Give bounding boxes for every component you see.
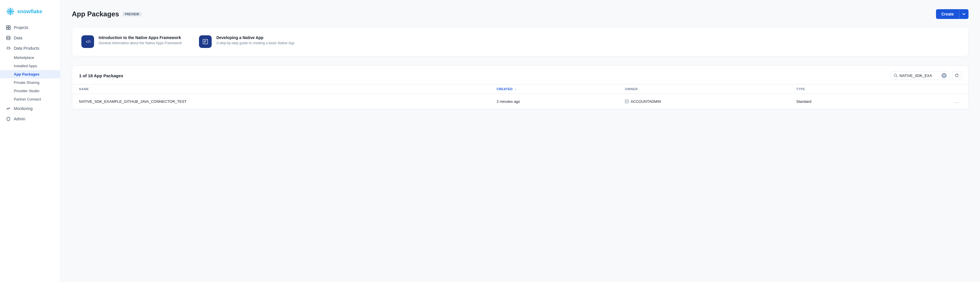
- col-type: TYPE: [789, 84, 889, 94]
- info-card-native-apps[interactable]: </> Introduction to the Native Apps Fram…: [81, 35, 182, 48]
- table-row: NATIVE_SDK_EXAMPLE_GITHUB_JAVA_CONNECTOR…: [72, 94, 968, 109]
- info-card-developing-title: Developing a Native App: [216, 35, 294, 40]
- row-owner: ACCOUNTADMIN: [618, 94, 789, 109]
- table-section: 1 of 18 App Packages NAME: [72, 65, 969, 109]
- refresh-icon: [955, 73, 959, 78]
- shield-icon: [6, 116, 11, 122]
- table-header-row: NAME CREATED ↓ OWNER TYPE: [72, 84, 968, 94]
- svg-text:</>: </>: [86, 40, 91, 44]
- sidebar-item-private-sharing-label: Private Sharing: [14, 81, 40, 85]
- info-card-developing[interactable]: Developing a Native App A step-by-step g…: [199, 35, 294, 48]
- svg-rect-15: [6, 28, 8, 30]
- table-actions: [891, 71, 961, 80]
- sidebar-item-installed-apps[interactable]: Installed Apps: [0, 62, 60, 70]
- logo-area: snowflake: [0, 5, 60, 22]
- col-created[interactable]: CREATED ↓: [490, 84, 618, 94]
- sidebar-item-projects[interactable]: Projects: [0, 22, 60, 33]
- col-owner-label: OWNER: [625, 87, 638, 91]
- create-button-label: Create: [936, 9, 959, 19]
- preview-badge: PREVIEW: [123, 12, 142, 16]
- chevron-down-icon: [962, 12, 966, 16]
- create-button-chevron[interactable]: [959, 10, 969, 18]
- owner-icon: [625, 99, 629, 103]
- sidebar-item-private-sharing[interactable]: Private Sharing: [0, 78, 60, 87]
- search-input[interactable]: [899, 73, 940, 78]
- sidebar-item-partner-connect[interactable]: Partner Connect: [0, 95, 60, 103]
- page-header: App Packages PREVIEW Create: [72, 9, 969, 19]
- database-icon: [6, 35, 11, 41]
- sidebar-item-data-products[interactable]: Data Products: [0, 43, 60, 54]
- sidebar-item-admin[interactable]: Admin: [0, 114, 60, 124]
- sidebar-item-partner-connect-label: Partner Connect: [14, 97, 41, 101]
- logo-text: snowflake: [17, 9, 42, 15]
- sidebar-item-app-packages-label: App Packages: [14, 72, 40, 76]
- row-created: 2 minutes ago: [490, 94, 618, 109]
- svg-point-17: [6, 36, 10, 38]
- sidebar-item-marketplace[interactable]: Marketplace: [0, 54, 60, 62]
- svg-line-24: [897, 76, 898, 78]
- col-owner: OWNER: [618, 84, 789, 94]
- sidebar-item-provider-studio-label: Provider Studio: [14, 89, 40, 93]
- sidebar-item-monitoring[interactable]: Monitoring: [0, 103, 60, 114]
- row-name: NATIVE_SDK_EXAMPLE_GITHUB_JAVA_CONNECTOR…: [72, 94, 490, 109]
- sidebar-item-data-products-label: Data Products: [14, 46, 40, 51]
- close-icon: [943, 74, 945, 77]
- chart-icon: [6, 106, 11, 111]
- info-card-native-apps-title: Introduction to the Native Apps Framewor…: [99, 35, 182, 40]
- cloud-icon: [6, 46, 11, 51]
- info-card-native-apps-desc: General information about the Native App…: [99, 41, 182, 45]
- sidebar-section-main: Projects Data Data Products Marketplace …: [0, 22, 60, 125]
- sidebar-item-app-packages[interactable]: App Packages: [0, 70, 60, 78]
- row-actions: …: [889, 94, 968, 109]
- search-icon: [894, 73, 898, 78]
- native-apps-icon: </>: [81, 35, 94, 48]
- sidebar: snowflake Projects Data Data Products Ma…: [0, 0, 60, 282]
- col-name: NAME: [72, 84, 490, 94]
- svg-rect-14: [9, 25, 10, 27]
- svg-rect-16: [9, 28, 10, 30]
- search-clear-button[interactable]: [942, 73, 947, 78]
- grid-icon: [6, 25, 11, 30]
- table-header: 1 of 18 App Packages: [72, 66, 968, 84]
- main-content: App Packages PREVIEW Create </> Introduc…: [60, 0, 980, 282]
- col-type-label: TYPE: [796, 87, 805, 91]
- packages-table: NAME CREATED ↓ OWNER TYPE: [72, 84, 968, 109]
- create-button[interactable]: Create: [936, 9, 969, 19]
- developing-icon: [199, 35, 212, 48]
- sidebar-item-installed-apps-label: Installed Apps: [14, 64, 37, 68]
- sidebar-item-admin-label: Admin: [14, 117, 25, 121]
- sidebar-item-monitoring-label: Monitoring: [14, 106, 32, 111]
- sidebar-item-marketplace-label: Marketplace: [14, 55, 34, 60]
- page-title-area: App Packages PREVIEW: [72, 10, 142, 18]
- table-summary: 1 of 18 App Packages: [79, 73, 123, 78]
- col-name-label: NAME: [79, 87, 89, 91]
- svg-rect-13: [6, 25, 8, 27]
- sidebar-item-projects-label: Projects: [14, 25, 29, 30]
- info-card-developing-body: Developing a Native App A step-by-step g…: [216, 35, 294, 45]
- search-wrapper: [891, 71, 950, 80]
- sort-down-icon: ↓: [515, 87, 517, 91]
- col-actions: [889, 84, 968, 94]
- sidebar-item-data-label: Data: [14, 36, 22, 40]
- page-title: App Packages: [72, 10, 119, 18]
- snowflake-logo-icon: [6, 7, 15, 16]
- info-card-native-apps-body: Introduction to the Native Apps Framewor…: [99, 35, 182, 45]
- sidebar-item-provider-studio[interactable]: Provider Studio: [0, 87, 60, 95]
- sidebar-item-data[interactable]: Data: [0, 33, 60, 43]
- col-created-label: CREATED: [496, 87, 513, 91]
- row-type: Standard: [789, 94, 889, 109]
- row-menu-button[interactable]: …: [952, 98, 961, 105]
- info-cards-container: </> Introduction to the Native Apps Fram…: [72, 27, 969, 56]
- refresh-button[interactable]: [952, 71, 961, 80]
- row-owner-name: ACCOUNTADMIN: [631, 99, 661, 104]
- info-card-developing-desc: A step-by-step guide to creating a basic…: [216, 41, 294, 45]
